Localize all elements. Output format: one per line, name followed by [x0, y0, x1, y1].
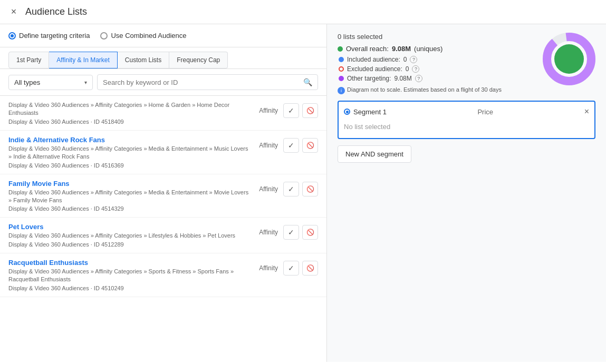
type-select-label: All types — [14, 78, 40, 86]
exclude-audience-button[interactable]: 🚫 — [302, 225, 318, 240]
overall-reach-suffix: (uniques) — [414, 45, 443, 53]
audience-actions: Affinity✓🚫 — [259, 182, 318, 196]
segment-label: Segment 1 — [344, 108, 387, 116]
audience-info: Family Movie FansDisplay & Video 360 Aud… — [8, 180, 253, 212]
page-title: Audience Lists — [25, 6, 87, 17]
overall-reach-row: Overall reach: 9.08M (uniques) — [338, 45, 543, 53]
audience-path: Display & Video 360 Audiences » Affinity… — [8, 189, 253, 205]
segment-header: Segment 1 Price × — [344, 107, 589, 116]
other-label: Other targeting: — [347, 75, 391, 82]
include-audience-button[interactable]: ✓ — [283, 182, 299, 196]
search-input[interactable] — [103, 78, 303, 86]
info-icon: i — [338, 87, 345, 94]
segment-close-button[interactable]: × — [584, 107, 589, 116]
new-and-segment-label: New AND segment — [345, 150, 403, 158]
filter-row: All types ▾ 🔍 — [0, 69, 326, 96]
radio-define-targeting[interactable]: Define targeting criteria — [8, 32, 90, 40]
close-button[interactable]: × — [8, 7, 19, 17]
blue-dot-icon — [339, 57, 344, 62]
audience-name: Racquetball Enthusiasts — [8, 259, 253, 267]
other-help-icon[interactable]: ? — [415, 75, 422, 82]
radio-circle-define — [8, 32, 16, 40]
audience-actions: Affinity✓🚫 — [259, 225, 318, 240]
green-dot-icon — [338, 46, 343, 52]
audience-name: Family Movie Fans — [8, 180, 253, 188]
audience-path: Display & Video 360 Audiences » Affinity… — [8, 232, 253, 240]
included-value: 0 — [403, 56, 407, 63]
include-audience-button[interactable]: ✓ — [283, 138, 299, 153]
other-targeting-row: Other targeting: 9.08M ? — [339, 75, 543, 82]
header: × Audience Lists — [0, 0, 606, 24]
tab-affinity[interactable]: Affinity & In Market — [49, 52, 117, 68]
diagram-note: i Diagram not to scale. Estimates based … — [338, 86, 543, 94]
segment-name: Segment 1 — [353, 108, 387, 116]
audience-name: Indie & Alternative Rock Fans — [8, 136, 253, 144]
audience-source: Display & Video 360 Audiences · ID 45143… — [8, 205, 253, 212]
audience-info: Display & Video 360 Audiences » Affinity… — [8, 101, 253, 125]
overall-reach-value: 9.08M — [392, 45, 411, 53]
included-audience-row: Included audience: 0 ? — [339, 56, 543, 63]
no-list-label: No list selected — [344, 121, 589, 133]
exclude-audience-button[interactable]: 🚫 — [302, 261, 318, 276]
audience-actions: Affinity✓🚫 — [259, 138, 318, 153]
audience-list-item: Racquetball EnthusiastsDisplay & Video 3… — [0, 253, 326, 297]
included-help-icon[interactable]: ? — [410, 56, 417, 63]
reach-donut-chart — [543, 33, 595, 85]
radio-combined-audience[interactable]: Use Combined Audience — [100, 32, 186, 40]
search-box: 🔍 — [97, 74, 318, 90]
audience-list-item: Indie & Alternative Rock FansDisplay & V… — [0, 131, 326, 174]
segment-box: Segment 1 Price × No list selected — [338, 101, 595, 139]
excluded-audience-row: Excluded audience: 0 ? — [339, 65, 543, 73]
close-icon: × — [11, 6, 17, 17]
new-and-segment-button[interactable]: New AND segment — [338, 145, 411, 163]
audience-source: Display & Video 360 Audiences · ID 45163… — [8, 162, 253, 169]
chevron-down-icon: ▾ — [84, 80, 87, 85]
radio-combined-label: Use Combined Audience — [111, 32, 186, 40]
other-value: 9.08M — [394, 75, 411, 82]
main-container: Define targeting criteria Use Combined A… — [0, 24, 606, 362]
svg-point-2 — [554, 44, 584, 74]
audience-info: Racquetball EnthusiastsDisplay & Video 3… — [8, 259, 253, 291]
exclude-audience-button[interactable]: 🚫 — [302, 182, 318, 196]
audience-list: Display & Video 360 Audiences » Affinity… — [0, 96, 326, 362]
audience-source: Display & Video 360 Audiences · ID 45102… — [8, 285, 253, 291]
excluded-label: Excluded audience: — [347, 65, 402, 73]
type-select[interactable]: All types ▾ — [8, 75, 93, 90]
audience-info: Indie & Alternative Rock FansDisplay & V… — [8, 136, 253, 169]
audience-tabs: 1st Party Affinity & In Market Custom Li… — [0, 47, 326, 69]
targeting-mode-row: Define targeting criteria Use Combined A… — [0, 24, 326, 47]
audience-list-item: Pet LoversDisplay & Video 360 Audiences … — [0, 218, 326, 253]
segment-radio-icon — [344, 109, 350, 115]
tab-1st-party[interactable]: 1st Party — [8, 52, 49, 68]
audience-actions: Affinity✓🚫 — [259, 103, 318, 118]
audience-list-item: Display & Video 360 Audiences » Affinity… — [0, 96, 326, 131]
audience-actions: Affinity✓🚫 — [259, 261, 318, 276]
left-panel: Define targeting criteria Use Combined A… — [0, 24, 327, 362]
audience-name: Pet Lovers — [8, 223, 253, 231]
audience-info: Pet LoversDisplay & Video 360 Audiences … — [8, 223, 253, 247]
excluded-help-icon[interactable]: ? — [412, 65, 419, 73]
include-audience-button[interactable]: ✓ — [283, 261, 299, 276]
include-audience-button[interactable]: ✓ — [283, 225, 299, 240]
segment-price-label: Price — [477, 108, 493, 116]
purple-dot-icon — [339, 76, 344, 81]
radio-circle-combined — [100, 32, 108, 40]
tab-frequency-cap[interactable]: Frequency Cap — [169, 52, 228, 68]
audience-path: Display & Video 360 Audiences » Affinity… — [8, 268, 253, 284]
search-icon: 🔍 — [303, 78, 312, 86]
radio-define-label: Define targeting criteria — [19, 32, 90, 40]
include-audience-button[interactable]: ✓ — [283, 103, 299, 118]
included-label: Included audience: — [347, 56, 400, 63]
diagram-note-text: Diagram not to scale. Estimates based on… — [347, 86, 502, 93]
excluded-value: 0 — [406, 65, 409, 73]
lists-selected-count: 0 lists selected — [338, 33, 543, 41]
audience-type-label: Affinity — [259, 264, 278, 272]
right-panel: 0 lists selected Overall reach: 9.08M (u… — [327, 24, 606, 362]
audience-list-item: Family Movie FansDisplay & Video 360 Aud… — [0, 174, 326, 218]
audience-path: Display & Video 360 Audiences » Affinity… — [8, 101, 253, 117]
tab-custom-lists[interactable]: Custom Lists — [118, 52, 169, 68]
audience-source: Display & Video 360 Audiences · ID 45184… — [8, 119, 253, 125]
exclude-audience-button[interactable]: 🚫 — [302, 103, 318, 118]
exclude-audience-button[interactable]: 🚫 — [302, 138, 318, 153]
audience-type-label: Affinity — [259, 185, 278, 193]
